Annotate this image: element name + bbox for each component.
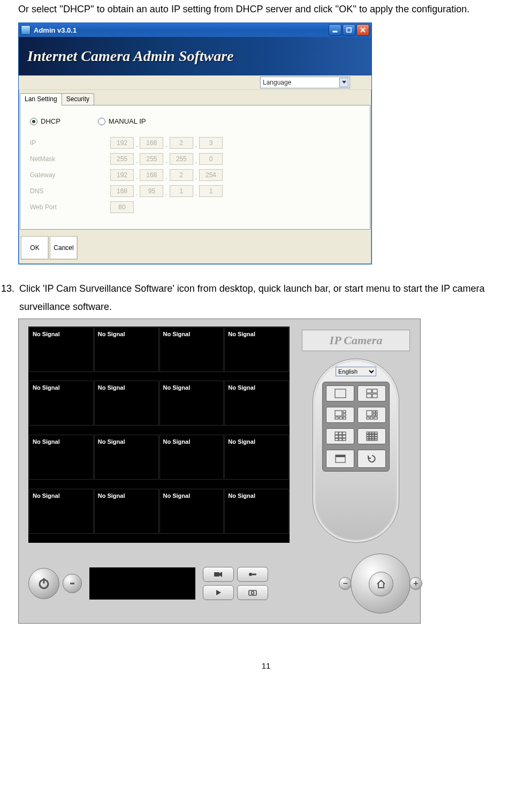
dns-octet-1[interactable]: 168 <box>110 185 134 197</box>
banner-text: Internet Camera Admin Software <box>27 48 234 65</box>
svg-rect-6 <box>373 394 377 398</box>
layout-1x1-button[interactable] <box>326 385 354 401</box>
svg-rect-43 <box>369 439 371 441</box>
svg-rect-34 <box>367 434 369 436</box>
gateway-octet-4[interactable]: 254 <box>199 169 223 181</box>
close-button[interactable] <box>356 24 369 36</box>
svg-rect-41 <box>375 437 377 439</box>
gateway-octet-1[interactable]: 192 <box>110 169 134 181</box>
snapshot-button[interactable] <box>237 585 268 600</box>
ip-octet-4[interactable]: 3 <box>199 137 223 149</box>
camera-cell[interactable]: No Signal <box>224 381 289 426</box>
camera-cell[interactable]: No Signal <box>94 435 159 480</box>
svg-rect-1 <box>347 28 351 32</box>
dpad-left[interactable] <box>355 580 361 587</box>
radio-manual-label: MANUAL IP <box>109 117 146 125</box>
tab-security[interactable]: Security <box>62 93 94 105</box>
dpad-up[interactable] <box>377 558 384 564</box>
radio-manual-ip[interactable]: MANUAL IP <box>98 117 146 125</box>
button-bar: OK Cancel <box>19 233 371 264</box>
dns-octet-2[interactable]: 95 <box>140 185 163 197</box>
zoom-out-button[interactable]: − <box>339 577 352 590</box>
lock-button[interactable] <box>237 567 268 582</box>
svg-rect-53 <box>252 573 256 575</box>
maximize-button[interactable] <box>343 24 355 36</box>
surv-language-select[interactable]: English <box>336 367 376 376</box>
camera-cell[interactable]: No Signal <box>159 489 224 534</box>
bottom-bar: − + <box>19 549 420 623</box>
svg-rect-31 <box>369 432 371 434</box>
svg-rect-35 <box>369 434 371 436</box>
home-button[interactable] <box>369 572 393 596</box>
netmask-octet-1[interactable]: 255 <box>110 153 134 165</box>
camera-cell[interactable]: No Signal <box>29 381 94 426</box>
radio-dhcp-label: DHCP <box>41 117 60 125</box>
radio-dhcp[interactable]: DHCP <box>30 117 60 125</box>
ip-octet-2[interactable]: 168 <box>140 137 163 149</box>
svg-rect-25 <box>339 435 342 438</box>
ok-button[interactable]: OK <box>21 236 49 260</box>
camera-cell[interactable]: No Signal <box>159 327 224 372</box>
dpad-right[interactable] <box>400 580 406 587</box>
svg-rect-2 <box>335 389 346 398</box>
cancel-button[interactable]: Cancel <box>50 236 78 260</box>
layout-4x4-button[interactable] <box>358 428 386 444</box>
ip-octet-1[interactable]: 192 <box>110 137 134 149</box>
minimize-button[interactable] <box>329 24 341 36</box>
dns-octet-4[interactable]: 1 <box>199 185 223 197</box>
label-gateway: Gateway <box>30 171 110 179</box>
layout-2x2-button[interactable] <box>358 385 386 401</box>
svg-rect-39 <box>369 437 371 439</box>
zoom-in-button[interactable]: + <box>409 577 422 590</box>
camera-cell[interactable]: No Signal <box>159 381 224 426</box>
surveillance-window: No Signal No Signal No Signal No Signal … <box>18 319 421 624</box>
ip-octet-3[interactable]: 2 <box>170 137 193 149</box>
svg-rect-17 <box>376 414 377 416</box>
camera-cell[interactable]: No Signal <box>159 435 224 480</box>
camera-cell[interactable]: No Signal <box>224 435 289 480</box>
dns-octet-3[interactable]: 1 <box>170 185 193 197</box>
webport-input[interactable]: 80 <box>110 201 134 213</box>
layout-panel <box>322 382 390 472</box>
netmask-octet-4[interactable]: 0 <box>199 153 223 165</box>
svg-rect-44 <box>372 439 374 441</box>
camera-cell[interactable]: No Signal <box>94 327 159 372</box>
gateway-octet-3[interactable]: 2 <box>170 169 193 181</box>
fullscreen-button[interactable] <box>326 450 354 468</box>
camera-cell[interactable]: No Signal <box>224 489 289 534</box>
label-dns: DNS <box>30 187 110 195</box>
camera-cell[interactable]: No Signal <box>29 435 94 480</box>
dpad-down[interactable] <box>377 603 384 609</box>
svg-rect-22 <box>339 432 342 435</box>
camera-cell[interactable]: No Signal <box>94 489 159 534</box>
camera-cell[interactable]: No Signal <box>224 327 289 372</box>
svg-rect-47 <box>336 455 345 457</box>
camera-cell[interactable]: No Signal <box>29 327 94 372</box>
app-icon <box>21 25 31 35</box>
step-13-text: Click 'IP Cam Surveillance Software' ico… <box>19 279 532 316</box>
svg-rect-4 <box>373 389 377 393</box>
status-strip <box>89 567 195 600</box>
svg-rect-37 <box>375 434 377 436</box>
svg-rect-11 <box>339 417 343 419</box>
svg-rect-38 <box>367 437 369 439</box>
layout-3x3-button[interactable] <box>326 428 354 444</box>
camera-cell[interactable]: No Signal <box>29 489 94 534</box>
netmask-octet-3[interactable]: 255 <box>170 153 193 165</box>
layout-1plus5-button[interactable] <box>326 407 354 423</box>
camera-grid: No Signal No Signal No Signal No Signal … <box>28 327 290 543</box>
minimize-app-button[interactable] <box>63 574 82 593</box>
tab-lan-setting[interactable]: Lan Setting <box>20 93 62 105</box>
camera-cell[interactable]: No Signal <box>94 381 159 426</box>
scan-button[interactable] <box>358 450 386 468</box>
power-button[interactable] <box>28 568 59 599</box>
language-select[interactable]: Language <box>260 77 350 88</box>
svg-rect-12 <box>343 417 346 419</box>
record-button[interactable] <box>203 567 234 582</box>
netmask-octet-2[interactable]: 255 <box>140 153 163 165</box>
svg-rect-27 <box>335 438 338 441</box>
play-button[interactable] <box>203 585 234 600</box>
layout-1plus7-button[interactable] <box>358 407 386 423</box>
gateway-octet-2[interactable]: 168 <box>140 169 163 181</box>
svg-point-55 <box>252 592 254 594</box>
